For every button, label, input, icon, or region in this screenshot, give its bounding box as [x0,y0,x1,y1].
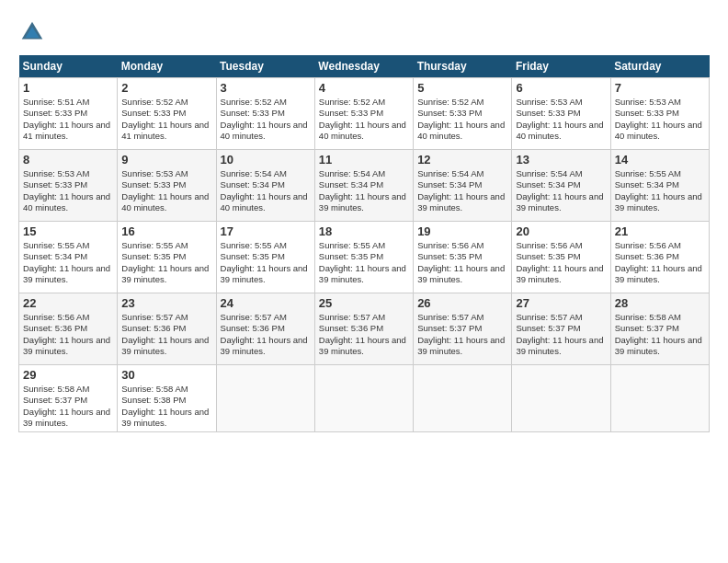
sunset-label: Sunset: 5:33 PM [121,179,186,190]
day-header-saturday: Saturday [610,55,709,78]
day-info: Sunrise: 5:55 AM Sunset: 5:35 PM Dayligh… [319,240,409,285]
sunset-label: Sunset: 5:33 PM [121,108,186,118]
empty-cell [512,365,610,432]
calendar-day-18: 18 Sunrise: 5:55 AM Sunset: 5:35 PM Dayl… [314,222,413,293]
calendar-day-27: 27 Sunrise: 5:57 AM Sunset: 5:37 PM Dayl… [512,293,610,365]
daylight-label: Daylight: 11 hours and 39 minutes. [417,335,505,356]
day-number: 1 [23,81,113,95]
sunrise-label: Sunrise: 5:55 AM [319,240,385,250]
calendar-day-19: 19 Sunrise: 5:56 AM Sunset: 5:35 PM Dayl… [414,222,512,293]
day-info: Sunrise: 5:53 AM Sunset: 5:33 PM Dayligh… [121,168,211,213]
day-header-thursday: Thursday [414,55,512,78]
daylight-label: Daylight: 11 hours and 39 minutes. [516,191,603,213]
sunrise-label: Sunrise: 5:55 AM [121,240,188,250]
sunset-label: Sunset: 5:35 PM [319,251,383,261]
calendar-day-13: 13 Sunrise: 5:54 AM Sunset: 5:34 PM Dayl… [512,150,610,222]
day-info: Sunrise: 5:52 AM Sunset: 5:33 PM Dayligh… [319,97,409,142]
logo [18,18,50,46]
calendar-day-5: 5 Sunrise: 5:52 AM Sunset: 5:33 PM Dayli… [414,78,512,150]
day-number: 7 [615,81,705,95]
sunset-label: Sunset: 5:34 PM [615,179,679,190]
calendar-day-26: 26 Sunrise: 5:57 AM Sunset: 5:37 PM Dayl… [414,293,512,365]
sunset-label: Sunset: 5:36 PM [319,323,383,333]
sunset-label: Sunset: 5:34 PM [417,179,482,190]
calendar-day-6: 6 Sunrise: 5:53 AM Sunset: 5:33 PM Dayli… [512,78,610,150]
calendar-day-10: 10 Sunrise: 5:54 AM Sunset: 5:34 PM Dayl… [216,150,314,222]
day-number: 17 [221,224,311,238]
calendar-day-15: 15 Sunrise: 5:55 AM Sunset: 5:34 PM Dayl… [19,222,118,293]
day-number: 18 [319,224,409,238]
daylight-label: Daylight: 11 hours and 40 minutes. [221,120,308,141]
calendar-day-1: 1 Sunrise: 5:51 AM Sunset: 5:33 PM Dayli… [19,78,118,150]
day-info: Sunrise: 5:57 AM Sunset: 5:37 PM Dayligh… [417,312,507,357]
daylight-label: Daylight: 11 hours and 40 minutes. [516,120,603,141]
calendar-table: SundayMondayTuesdayWednesdayThursdayFrid… [18,55,710,432]
day-header-monday: Monday [118,55,216,78]
day-number: 23 [121,296,211,310]
day-number: 20 [516,224,606,238]
day-header-sunday: Sunday [19,55,118,78]
calendar-day-25: 25 Sunrise: 5:57 AM Sunset: 5:36 PM Dayl… [314,293,413,365]
day-info: Sunrise: 5:54 AM Sunset: 5:34 PM Dayligh… [516,168,606,213]
sunrise-label: Sunrise: 5:54 AM [516,168,582,178]
sunset-label: Sunset: 5:35 PM [221,251,285,261]
day-header-wednesday: Wednesday [314,55,413,78]
sunrise-label: Sunrise: 5:58 AM [615,312,681,322]
calendar-day-9: 9 Sunrise: 5:53 AM Sunset: 5:33 PM Dayli… [118,150,216,222]
sunrise-label: Sunrise: 5:54 AM [319,168,385,178]
day-info: Sunrise: 5:55 AM Sunset: 5:34 PM Dayligh… [615,168,705,213]
daylight-label: Daylight: 11 hours and 40 minutes. [615,120,702,141]
daylight-label: Daylight: 11 hours and 39 minutes. [23,407,110,428]
calendar-week-5: 29 Sunrise: 5:58 AM Sunset: 5:37 PM Dayl… [19,365,710,432]
calendar-day-28: 28 Sunrise: 5:58 AM Sunset: 5:37 PM Dayl… [610,293,709,365]
daylight-label: Daylight: 11 hours and 40 minutes. [319,120,406,141]
day-number: 13 [516,153,606,167]
sunrise-label: Sunrise: 5:58 AM [121,384,188,394]
daylight-label: Daylight: 11 hours and 39 minutes. [615,335,702,356]
day-info: Sunrise: 5:55 AM Sunset: 5:35 PM Dayligh… [121,240,211,285]
calendar-day-16: 16 Sunrise: 5:55 AM Sunset: 5:35 PM Dayl… [118,222,216,293]
calendar-day-14: 14 Sunrise: 5:55 AM Sunset: 5:34 PM Dayl… [610,150,709,222]
day-info: Sunrise: 5:54 AM Sunset: 5:34 PM Dayligh… [417,168,507,213]
day-info: Sunrise: 5:52 AM Sunset: 5:33 PM Dayligh… [417,97,507,142]
day-number: 12 [417,153,507,167]
day-info: Sunrise: 5:54 AM Sunset: 5:34 PM Dayligh… [319,168,409,213]
sunrise-label: Sunrise: 5:57 AM [121,312,188,322]
day-number: 30 [121,368,211,382]
day-info: Sunrise: 5:58 AM Sunset: 5:38 PM Dayligh… [121,384,211,429]
daylight-label: Daylight: 11 hours and 40 minutes. [417,120,505,141]
sunrise-label: Sunrise: 5:53 AM [516,97,582,107]
calendar-day-4: 4 Sunrise: 5:52 AM Sunset: 5:33 PM Dayli… [314,78,413,150]
daylight-label: Daylight: 11 hours and 39 minutes. [319,335,406,356]
empty-cell [610,365,709,432]
sunset-label: Sunset: 5:33 PM [319,108,383,118]
day-header-tuesday: Tuesday [216,55,314,78]
day-info: Sunrise: 5:57 AM Sunset: 5:36 PM Dayligh… [221,312,311,357]
sunset-label: Sunset: 5:34 PM [221,179,285,190]
logo-icon [18,18,46,46]
day-number: 6 [516,81,606,95]
sunrise-label: Sunrise: 5:56 AM [417,240,483,250]
sunrise-label: Sunrise: 5:52 AM [319,97,385,107]
calendar-day-29: 29 Sunrise: 5:58 AM Sunset: 5:37 PM Dayl… [19,365,118,432]
daylight-label: Daylight: 11 hours and 40 minutes. [121,191,209,213]
day-info: Sunrise: 5:56 AM Sunset: 5:35 PM Dayligh… [516,240,606,285]
day-number: 26 [417,296,507,310]
sunset-label: Sunset: 5:33 PM [417,108,482,118]
calendar-week-4: 22 Sunrise: 5:56 AM Sunset: 5:36 PM Dayl… [19,293,710,365]
empty-cell [216,365,314,432]
sunrise-label: Sunrise: 5:53 AM [615,97,681,107]
daylight-label: Daylight: 11 hours and 41 minutes. [23,120,110,141]
calendar-day-24: 24 Sunrise: 5:57 AM Sunset: 5:36 PM Dayl… [216,293,314,365]
sunrise-label: Sunrise: 5:55 AM [615,168,681,178]
calendar-day-20: 20 Sunrise: 5:56 AM Sunset: 5:35 PM Dayl… [512,222,610,293]
sunrise-label: Sunrise: 5:57 AM [319,312,385,322]
day-number: 8 [23,153,113,167]
day-info: Sunrise: 5:53 AM Sunset: 5:33 PM Dayligh… [516,97,606,142]
daylight-label: Daylight: 11 hours and 39 minutes. [417,191,505,213]
sunrise-label: Sunrise: 5:52 AM [121,97,188,107]
day-number: 5 [417,81,507,95]
daylight-label: Daylight: 11 hours and 39 minutes. [319,191,406,213]
day-number: 25 [319,296,409,310]
day-number: 15 [23,224,113,238]
